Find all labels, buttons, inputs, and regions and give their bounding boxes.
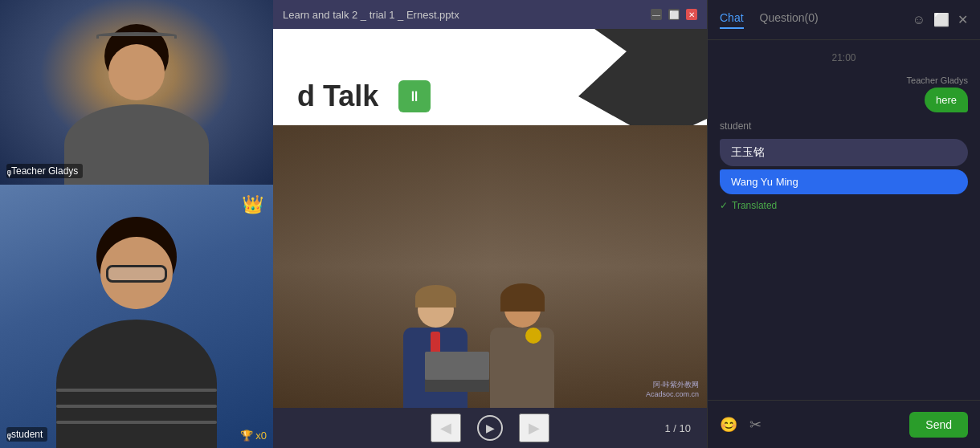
teacher-label: Teacher Gladys xyxy=(6,164,83,178)
teacher-message-bubble: here xyxy=(925,88,968,112)
necklace xyxy=(525,328,541,344)
student-section-label: student xyxy=(720,120,968,132)
crown-icon: 👑 xyxy=(242,194,263,215)
slide-image-area: 阿-咔紫外教网 Acadsoc.com.cn xyxy=(273,125,707,408)
window-title: Learn and talk 2 _ trial 1 _ Ernest.pptx xyxy=(283,9,459,21)
minimize-button[interactable]: — xyxy=(651,9,662,20)
slide-counter: 1 / 10 xyxy=(664,422,691,434)
teacher-video-bg: Acadsoc Online Academic Sharing xyxy=(0,0,273,185)
teacher-message: Teacher Gladys here xyxy=(720,75,968,112)
slide-next-button[interactable]: ▶ xyxy=(519,413,549,442)
slide-watermark: 阿-咔紫外教网 Acadsoc.com.cn xyxy=(646,380,699,400)
slide-inner: d Talk nema xyxy=(273,29,707,408)
chat-messages: 21:00 Teacher Gladys here student 王玉铭 Wa… xyxy=(708,40,980,400)
student-video-bg xyxy=(0,185,273,448)
window-controls: — ⬜ ✕ xyxy=(651,9,697,20)
teacher-mic-icon: 🎙 xyxy=(5,169,14,178)
teacher-message-sender: Teacher Gladys xyxy=(907,75,968,85)
translation-bubble: Wang Yu Ming xyxy=(720,169,968,194)
translated-label: Translated xyxy=(732,200,777,211)
student-message-area: student 王玉铭 Wang Yu Ming ✓ Translated xyxy=(720,120,968,211)
maximize-button[interactable]: ⬜ xyxy=(668,9,680,20)
send-button[interactable]: Send xyxy=(909,412,968,438)
window-titlebar: Learn and talk 2 _ trial 1 _ Ernest.pptx… xyxy=(273,0,707,29)
close-button[interactable]: ✕ xyxy=(686,9,697,20)
teacher-video: Acadsoc Online Academic Sharing Teacher … xyxy=(0,0,273,185)
slide-title: d Talk xyxy=(297,79,378,113)
slide-pause-icon xyxy=(398,80,431,112)
student-video: 👑 student 🎙 🏆 x0 xyxy=(0,185,273,448)
presentation-window: Learn and talk 2 _ trial 1 _ Ernest.pptx… xyxy=(273,0,707,448)
slide-play-button[interactable]: ▶ xyxy=(477,415,503,441)
slide-top-section: d Talk xyxy=(273,29,707,125)
chat-header-icons: ☺ ⬜ ✕ xyxy=(913,12,968,27)
close-chat-icon[interactable]: ✕ xyxy=(958,12,968,27)
slide-controls: ◀ ▶ ▶ 1 / 10 xyxy=(273,408,707,448)
ink-splash-decoration xyxy=(546,29,707,141)
right-panel: Chat Question(0) ☺ ⬜ ✕ 21:00 Teacher Gla… xyxy=(707,0,980,448)
business-scene: 阿-咔紫外教网 Acadsoc.com.cn xyxy=(273,125,707,408)
emoji-icon[interactable]: 😊 xyxy=(720,416,737,434)
center-panel: Learn and talk 2 _ trial 1 _ Ernest.pptx… xyxy=(273,0,707,448)
smiley-icon[interactable]: ☺ xyxy=(913,13,925,27)
slide-area: d Talk nema xyxy=(273,29,707,448)
laptop xyxy=(425,352,489,392)
student-mic-icon: 🎙 xyxy=(5,432,14,442)
person-head-left xyxy=(418,291,454,328)
chinese-text-bubble: 王玉铭 xyxy=(720,139,968,166)
message-time: 21:00 xyxy=(720,52,968,63)
translated-badge: ✓ Translated xyxy=(720,200,968,211)
person-hair-left xyxy=(415,285,456,307)
expand-icon[interactable]: ⬜ xyxy=(933,12,949,27)
person-right xyxy=(490,291,554,408)
person-hair-right xyxy=(500,283,545,312)
checkmark-icon: ✓ xyxy=(720,200,728,211)
tab-question[interactable]: Question(0) xyxy=(760,11,819,29)
slide-content: d Talk nema xyxy=(273,29,707,408)
tab-chat[interactable]: Chat xyxy=(720,11,744,29)
chat-footer: 😊 ✂ Send xyxy=(708,400,980,448)
left-panel: Acadsoc Online Academic Sharing Teacher … xyxy=(0,0,273,448)
chat-tabs: Chat Question(0) xyxy=(720,11,819,29)
person-body-right xyxy=(490,328,554,408)
scissors-icon[interactable]: ✂ xyxy=(749,416,762,434)
person-head-right xyxy=(504,291,541,328)
footer-icons: 😊 ✂ xyxy=(720,416,762,434)
slide-prev-button[interactable]: ◀ xyxy=(431,413,461,442)
chat-header: Chat Question(0) ☺ ⬜ ✕ xyxy=(708,0,980,40)
trophy-count: 🏆 x0 xyxy=(240,430,267,442)
